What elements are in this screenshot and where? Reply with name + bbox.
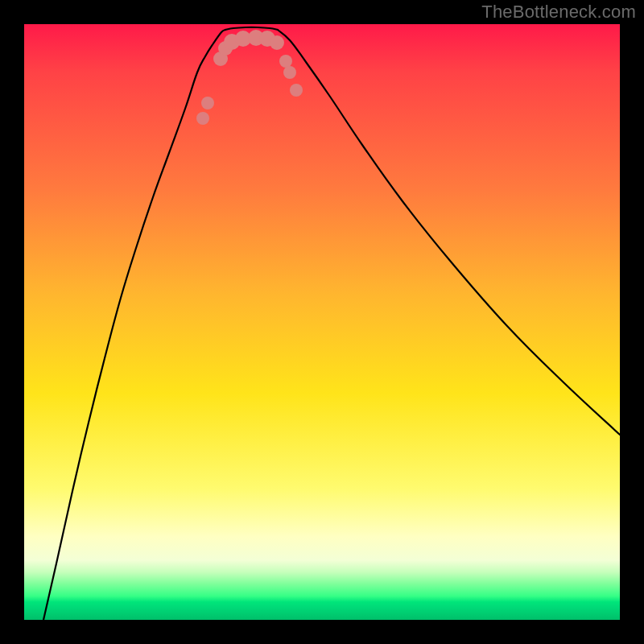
curve-right (278, 30, 620, 435)
watermark-label: TheBottleneck.com (481, 2, 636, 23)
chart-svg (24, 24, 620, 620)
chart-frame: TheBottleneck.com (0, 0, 644, 644)
chart-marker (201, 97, 214, 109)
chart-marker (283, 66, 296, 79)
chart-marker (290, 84, 303, 97)
chart-marker (279, 55, 292, 68)
curve-floor (225, 27, 278, 30)
chart-marker (270, 35, 284, 50)
chart-marker (196, 112, 209, 125)
chart-plot-area (24, 24, 620, 620)
